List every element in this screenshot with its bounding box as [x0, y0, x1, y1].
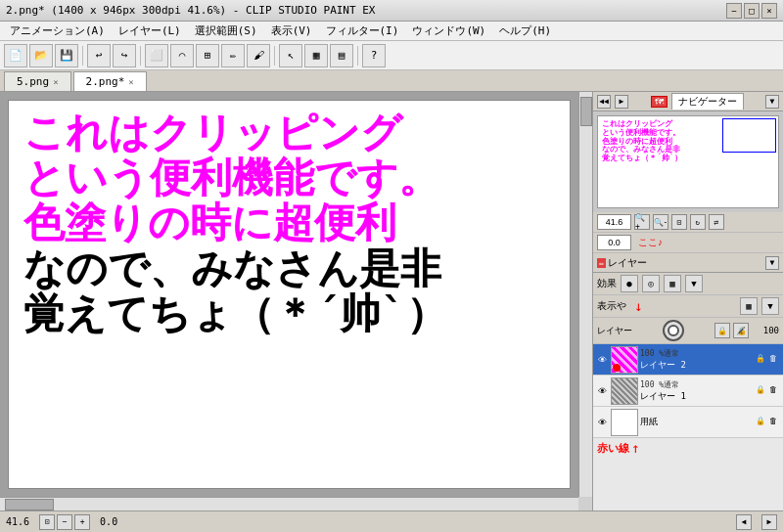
canvas-scrollbar-horizontal[interactable]: [0, 497, 578, 510]
display-btn1[interactable]: ▦: [740, 297, 758, 315]
tool-brush[interactable]: 🖌: [247, 44, 270, 67]
tab-5png[interactable]: 5.png ×: [4, 71, 71, 91]
opacity-label: レイヤー: [597, 325, 632, 337]
opacity-value: 100: [752, 326, 779, 335]
panel-menu-btn[interactable]: ▼: [765, 95, 779, 109]
annotation-arrow-down: ↓: [634, 298, 642, 314]
canvas-line-5: 覚えてちょ（＊´帅`）: [23, 291, 555, 336]
layer-row-2[interactable]: 👁 100 %通常 レイヤー 2 🔒 🗑: [593, 344, 783, 376]
navigator-preview: これはクリッピングという便利機能です。色塗りの時に超便利なので、みなさん是非覚え…: [597, 115, 779, 208]
zoom-out-btn[interactable]: 🔍-: [653, 214, 668, 230]
rotate-input[interactable]: [597, 235, 631, 250]
canvas-container[interactable]: これはクリッピング という便利機能です。 色塗りの時に超便利 なので、みなさん是…: [0, 92, 592, 510]
title-text: 2.png* (1400 x 946px 300dpi 41.6%) - CLI…: [6, 4, 376, 17]
panel-left-btn[interactable]: ◀◀: [597, 95, 611, 109]
flip-h-btn[interactable]: ⇄: [709, 214, 724, 230]
tab-2png[interactable]: 2.png* ×: [73, 71, 147, 91]
annotation-akaiSen: 赤い線: [597, 441, 629, 456]
rotate-btn[interactable]: ↻: [690, 214, 706, 230]
layer-del-1[interactable]: 🗑: [769, 385, 781, 397]
effect-down-btn[interactable]: ▼: [685, 275, 703, 292]
display-label: 表示や: [597, 299, 626, 313]
status-coords: 0.0: [100, 516, 117, 527]
zoom-out-status[interactable]: −: [57, 514, 72, 530]
tool-redo[interactable]: ↪: [113, 44, 136, 67]
fit-btn[interactable]: ⊡: [671, 214, 687, 230]
layer-thumb-1: [611, 377, 638, 405]
main-area: これはクリッピング という便利機能です。 色塗りの時に超便利 なので、みなさん是…: [0, 92, 783, 510]
layer-clipping-icon[interactable]: [663, 320, 684, 341]
tool-transform[interactable]: ⊞: [196, 44, 219, 67]
zoom-input[interactable]: [597, 214, 631, 230]
layer-lock-btn[interactable]: 🔒: [714, 323, 730, 338]
tool-open[interactable]: 📂: [29, 44, 53, 67]
separator-4: [357, 46, 358, 66]
status-extra-btn2[interactable]: ▶: [761, 514, 777, 530]
panel-right-btn[interactable]: ▶: [615, 95, 628, 109]
close-button[interactable]: ×: [761, 3, 777, 19]
layer-info-2: 100 %通常 レイヤー 2: [640, 348, 754, 372]
effect-grid-btn[interactable]: ▦: [664, 275, 681, 292]
canvas-line-4: なので、みなさん是非: [23, 246, 555, 291]
layer-row-1[interactable]: 👁 100 %通常 レイヤー 1 🔒 🗑: [593, 376, 783, 407]
layer-name-1: レイヤー 1: [640, 390, 754, 403]
layer-lock-1[interactable]: 🔒: [756, 385, 767, 397]
menu-layer[interactable]: レイヤー(L): [113, 22, 187, 39]
minimize-button[interactable]: −: [726, 3, 742, 19]
canvas-line-3: 色塗りの時に超便利: [23, 200, 555, 245]
tool-arrow[interactable]: ↖: [279, 44, 302, 67]
tool-help[interactable]: ?: [362, 44, 386, 67]
tool-select-rect[interactable]: ⬜: [145, 44, 168, 67]
menu-window[interactable]: ウィンドウ(W): [406, 22, 491, 39]
layer-lock2-btn[interactable]: 🔏: [733, 323, 749, 338]
menu-animation[interactable]: アニメーション(A): [4, 22, 111, 39]
layer-eye-1[interactable]: 👁: [595, 384, 609, 398]
menu-filter[interactable]: フィルター(I): [320, 22, 405, 39]
status-extra-btn[interactable]: ◀: [736, 514, 752, 530]
zoom-in-btn[interactable]: 🔍+: [634, 214, 650, 230]
canvas-line-1: これはクリッピング: [23, 111, 555, 155]
layer-info-1: 100 %通常 レイヤー 1: [640, 379, 754, 403]
layer-menu-btn[interactable]: ▼: [765, 256, 779, 270]
layer-thumb-paper: [611, 409, 638, 436]
tab-close-5png[interactable]: ×: [53, 77, 58, 87]
layer-tab[interactable]: レイヤー: [608, 256, 647, 270]
annotation-akaiSen-row: 赤い線 ↑: [593, 438, 783, 458]
rotate-controls: ここ♪: [593, 233, 783, 253]
layer-lock-2[interactable]: 🔒: [756, 354, 767, 366]
menu-help[interactable]: ヘルプ(H): [493, 22, 557, 39]
effect-dot-btn[interactable]: ●: [621, 275, 638, 292]
zoom-fit-status[interactable]: ⊡: [39, 514, 55, 530]
toolbar: 📄 📂 💾 ↩ ↪ ⬜ ⌒ ⊞ ✏ 🖌 ↖ ▦ ▤ ?: [0, 41, 783, 70]
layer-del-paper[interactable]: 🗑: [769, 417, 781, 428]
canvas-scrollbar-vertical[interactable]: [578, 92, 592, 497]
zoom-in-status[interactable]: +: [74, 514, 90, 530]
tool-panel[interactable]: ▤: [330, 44, 353, 67]
tool-frame[interactable]: ▦: [304, 44, 328, 67]
navigator-icon: 🗺: [651, 96, 668, 108]
navigator-controls: 🔍+ 🔍- ⊡ ↻ ⇄: [593, 212, 783, 233]
layer-eye-2[interactable]: 👁: [595, 353, 609, 367]
layer-eye-paper[interactable]: 👁: [595, 416, 609, 429]
layer-panel-header: ✏ レイヤー ▼: [593, 253, 783, 273]
tool-save[interactable]: 💾: [55, 44, 78, 67]
tool-pen[interactable]: ✏: [221, 44, 245, 67]
layer-row-paper[interactable]: 👁 用紙 🔒 🗑: [593, 407, 783, 438]
menu-selection[interactable]: 選択範囲(S): [189, 22, 263, 39]
right-panel: ◀◀ ▶ 🗺 ナビゲーター ▼ これはクリッピングという便利機能です。色塗りの時…: [592, 92, 783, 510]
maximize-button[interactable]: □: [744, 3, 760, 19]
effect-circle-btn[interactable]: ◎: [642, 275, 660, 292]
scroll-thumb-h[interactable]: [5, 499, 54, 510]
tab-close-2png[interactable]: ×: [128, 77, 133, 87]
menu-view[interactable]: 表示(V): [265, 22, 318, 39]
tool-undo[interactable]: ↩: [87, 44, 111, 67]
tool-lasso[interactable]: ⌒: [170, 44, 194, 67]
tool-new[interactable]: 📄: [4, 44, 27, 67]
navigator-tab[interactable]: ナビゲーター: [671, 93, 744, 110]
scroll-thumb-v[interactable]: [580, 97, 592, 126]
layer-lock-paper[interactable]: 🔒: [756, 417, 767, 428]
layer-name-2: レイヤー 2: [640, 359, 754, 372]
canvas-content: これはクリッピング という便利機能です。 色塗りの時に超便利 なので、みなさん是…: [9, 101, 570, 346]
display-btn2[interactable]: ▼: [761, 297, 779, 315]
layer-del-2[interactable]: 🗑: [769, 354, 781, 366]
